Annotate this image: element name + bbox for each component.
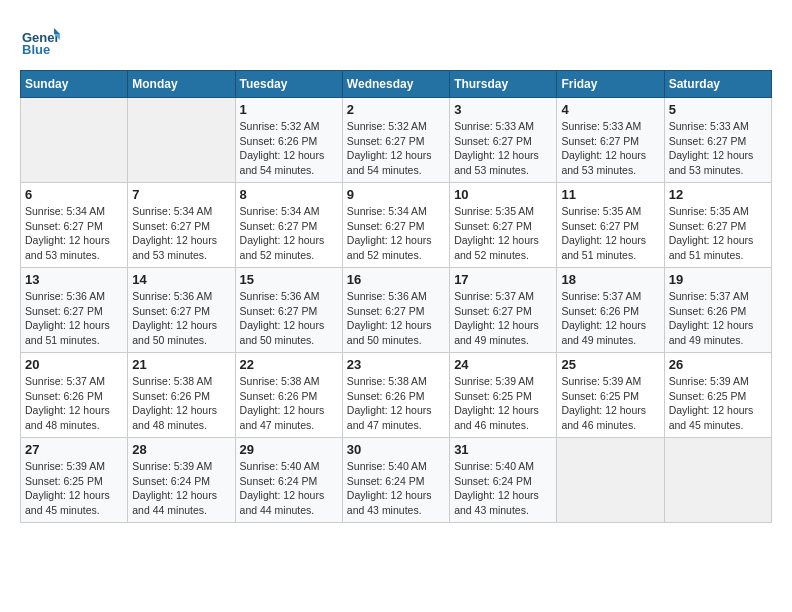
calendar-cell: 21Sunrise: 5:38 AM Sunset: 6:26 PM Dayli…: [128, 353, 235, 438]
calendar-cell: 30Sunrise: 5:40 AM Sunset: 6:24 PM Dayli…: [342, 438, 449, 523]
logo: General Blue: [20, 20, 64, 60]
day-info: Sunrise: 5:36 AM Sunset: 6:27 PM Dayligh…: [240, 289, 338, 348]
calendar-cell: 14Sunrise: 5:36 AM Sunset: 6:27 PM Dayli…: [128, 268, 235, 353]
day-number: 7: [132, 187, 230, 202]
day-info: Sunrise: 5:33 AM Sunset: 6:27 PM Dayligh…: [669, 119, 767, 178]
day-info: Sunrise: 5:37 AM Sunset: 6:26 PM Dayligh…: [561, 289, 659, 348]
calendar-cell: 4Sunrise: 5:33 AM Sunset: 6:27 PM Daylig…: [557, 98, 664, 183]
day-number: 6: [25, 187, 123, 202]
calendar-cell: 11Sunrise: 5:35 AM Sunset: 6:27 PM Dayli…: [557, 183, 664, 268]
day-number: 20: [25, 357, 123, 372]
svg-text:Blue: Blue: [22, 42, 50, 57]
header-day-sunday: Sunday: [21, 71, 128, 98]
day-info: Sunrise: 5:36 AM Sunset: 6:27 PM Dayligh…: [132, 289, 230, 348]
day-info: Sunrise: 5:37 AM Sunset: 6:26 PM Dayligh…: [25, 374, 123, 433]
calendar-cell: 26Sunrise: 5:39 AM Sunset: 6:25 PM Dayli…: [664, 353, 771, 438]
day-number: 31: [454, 442, 552, 457]
calendar-cell: 6Sunrise: 5:34 AM Sunset: 6:27 PM Daylig…: [21, 183, 128, 268]
calendar-cell: [21, 98, 128, 183]
day-info: Sunrise: 5:35 AM Sunset: 6:27 PM Dayligh…: [454, 204, 552, 263]
day-number: 23: [347, 357, 445, 372]
day-info: Sunrise: 5:32 AM Sunset: 6:27 PM Dayligh…: [347, 119, 445, 178]
calendar-cell: 29Sunrise: 5:40 AM Sunset: 6:24 PM Dayli…: [235, 438, 342, 523]
day-number: 29: [240, 442, 338, 457]
day-number: 8: [240, 187, 338, 202]
header-day-saturday: Saturday: [664, 71, 771, 98]
day-info: Sunrise: 5:40 AM Sunset: 6:24 PM Dayligh…: [454, 459, 552, 518]
calendar-cell: [128, 98, 235, 183]
calendar-cell: 24Sunrise: 5:39 AM Sunset: 6:25 PM Dayli…: [450, 353, 557, 438]
logo-icon: General Blue: [20, 20, 60, 60]
day-number: 2: [347, 102, 445, 117]
calendar-cell: 1Sunrise: 5:32 AM Sunset: 6:26 PM Daylig…: [235, 98, 342, 183]
calendar-cell: 12Sunrise: 5:35 AM Sunset: 6:27 PM Dayli…: [664, 183, 771, 268]
calendar-week-2: 6Sunrise: 5:34 AM Sunset: 6:27 PM Daylig…: [21, 183, 772, 268]
calendar-cell: 16Sunrise: 5:36 AM Sunset: 6:27 PM Dayli…: [342, 268, 449, 353]
calendar-cell: 3Sunrise: 5:33 AM Sunset: 6:27 PM Daylig…: [450, 98, 557, 183]
calendar-cell: 9Sunrise: 5:34 AM Sunset: 6:27 PM Daylig…: [342, 183, 449, 268]
day-number: 22: [240, 357, 338, 372]
calendar-cell: 23Sunrise: 5:38 AM Sunset: 6:26 PM Dayli…: [342, 353, 449, 438]
calendar-week-1: 1Sunrise: 5:32 AM Sunset: 6:26 PM Daylig…: [21, 98, 772, 183]
day-number: 9: [347, 187, 445, 202]
calendar-cell: 18Sunrise: 5:37 AM Sunset: 6:26 PM Dayli…: [557, 268, 664, 353]
day-number: 5: [669, 102, 767, 117]
day-info: Sunrise: 5:36 AM Sunset: 6:27 PM Dayligh…: [347, 289, 445, 348]
day-number: 15: [240, 272, 338, 287]
day-info: Sunrise: 5:39 AM Sunset: 6:25 PM Dayligh…: [25, 459, 123, 518]
day-number: 3: [454, 102, 552, 117]
day-info: Sunrise: 5:34 AM Sunset: 6:27 PM Dayligh…: [25, 204, 123, 263]
day-info: Sunrise: 5:39 AM Sunset: 6:25 PM Dayligh…: [454, 374, 552, 433]
day-info: Sunrise: 5:39 AM Sunset: 6:24 PM Dayligh…: [132, 459, 230, 518]
day-info: Sunrise: 5:35 AM Sunset: 6:27 PM Dayligh…: [669, 204, 767, 263]
calendar-cell: 22Sunrise: 5:38 AM Sunset: 6:26 PM Dayli…: [235, 353, 342, 438]
day-number: 27: [25, 442, 123, 457]
day-number: 4: [561, 102, 659, 117]
calendar-cell: 27Sunrise: 5:39 AM Sunset: 6:25 PM Dayli…: [21, 438, 128, 523]
day-info: Sunrise: 5:38 AM Sunset: 6:26 PM Dayligh…: [132, 374, 230, 433]
day-info: Sunrise: 5:38 AM Sunset: 6:26 PM Dayligh…: [240, 374, 338, 433]
day-number: 21: [132, 357, 230, 372]
header-row: SundayMondayTuesdayWednesdayThursdayFrid…: [21, 71, 772, 98]
calendar-cell: 20Sunrise: 5:37 AM Sunset: 6:26 PM Dayli…: [21, 353, 128, 438]
day-number: 17: [454, 272, 552, 287]
day-info: Sunrise: 5:40 AM Sunset: 6:24 PM Dayligh…: [240, 459, 338, 518]
day-number: 19: [669, 272, 767, 287]
day-number: 26: [669, 357, 767, 372]
calendar-week-3: 13Sunrise: 5:36 AM Sunset: 6:27 PM Dayli…: [21, 268, 772, 353]
calendar-cell: 8Sunrise: 5:34 AM Sunset: 6:27 PM Daylig…: [235, 183, 342, 268]
day-info: Sunrise: 5:33 AM Sunset: 6:27 PM Dayligh…: [561, 119, 659, 178]
calendar-cell: [557, 438, 664, 523]
day-info: Sunrise: 5:35 AM Sunset: 6:27 PM Dayligh…: [561, 204, 659, 263]
day-info: Sunrise: 5:40 AM Sunset: 6:24 PM Dayligh…: [347, 459, 445, 518]
calendar-cell: 15Sunrise: 5:36 AM Sunset: 6:27 PM Dayli…: [235, 268, 342, 353]
day-info: Sunrise: 5:38 AM Sunset: 6:26 PM Dayligh…: [347, 374, 445, 433]
day-info: Sunrise: 5:34 AM Sunset: 6:27 PM Dayligh…: [347, 204, 445, 263]
calendar-cell: 2Sunrise: 5:32 AM Sunset: 6:27 PM Daylig…: [342, 98, 449, 183]
calendar-body: 1Sunrise: 5:32 AM Sunset: 6:26 PM Daylig…: [21, 98, 772, 523]
day-number: 12: [669, 187, 767, 202]
day-number: 10: [454, 187, 552, 202]
calendar-cell: 19Sunrise: 5:37 AM Sunset: 6:26 PM Dayli…: [664, 268, 771, 353]
day-number: 14: [132, 272, 230, 287]
day-info: Sunrise: 5:36 AM Sunset: 6:27 PM Dayligh…: [25, 289, 123, 348]
day-number: 18: [561, 272, 659, 287]
calendar-cell: 10Sunrise: 5:35 AM Sunset: 6:27 PM Dayli…: [450, 183, 557, 268]
calendar-cell: 13Sunrise: 5:36 AM Sunset: 6:27 PM Dayli…: [21, 268, 128, 353]
header-day-friday: Friday: [557, 71, 664, 98]
day-info: Sunrise: 5:34 AM Sunset: 6:27 PM Dayligh…: [240, 204, 338, 263]
day-info: Sunrise: 5:39 AM Sunset: 6:25 PM Dayligh…: [669, 374, 767, 433]
calendar-cell: 5Sunrise: 5:33 AM Sunset: 6:27 PM Daylig…: [664, 98, 771, 183]
header-day-wednesday: Wednesday: [342, 71, 449, 98]
day-number: 13: [25, 272, 123, 287]
day-info: Sunrise: 5:37 AM Sunset: 6:26 PM Dayligh…: [669, 289, 767, 348]
calendar-cell: 17Sunrise: 5:37 AM Sunset: 6:27 PM Dayli…: [450, 268, 557, 353]
calendar-cell: 31Sunrise: 5:40 AM Sunset: 6:24 PM Dayli…: [450, 438, 557, 523]
day-number: 16: [347, 272, 445, 287]
day-info: Sunrise: 5:34 AM Sunset: 6:27 PM Dayligh…: [132, 204, 230, 263]
calendar-cell: [664, 438, 771, 523]
day-info: Sunrise: 5:32 AM Sunset: 6:26 PM Dayligh…: [240, 119, 338, 178]
day-info: Sunrise: 5:37 AM Sunset: 6:27 PM Dayligh…: [454, 289, 552, 348]
calendar-week-4: 20Sunrise: 5:37 AM Sunset: 6:26 PM Dayli…: [21, 353, 772, 438]
day-info: Sunrise: 5:39 AM Sunset: 6:25 PM Dayligh…: [561, 374, 659, 433]
